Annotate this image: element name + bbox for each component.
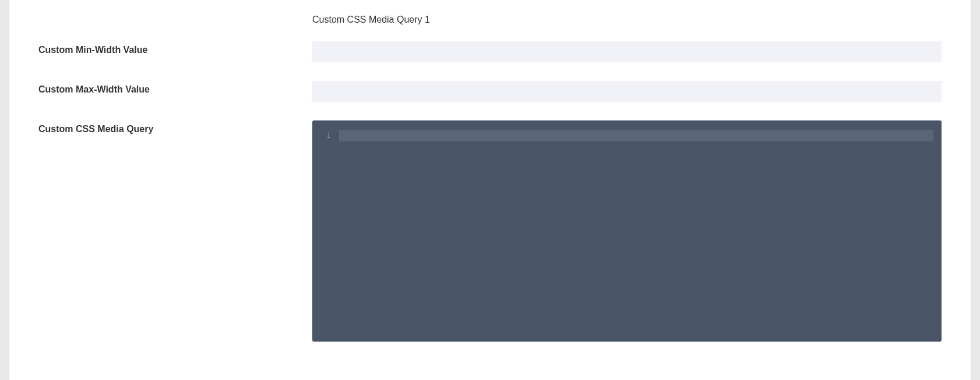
max-width-input[interactable] (312, 81, 942, 102)
css-query-row: Custom CSS Media Query 1 (38, 120, 942, 342)
line-number-gutter: 1 (320, 130, 337, 141)
code-line: 1 (320, 130, 933, 141)
min-width-input[interactable] (312, 41, 942, 62)
min-width-row: Custom Min-Width Value (38, 41, 942, 62)
max-width-label: Custom Max-Width Value (38, 84, 150, 94)
css-query-label: Custom CSS Media Query (38, 124, 153, 134)
field-column: 1 (312, 120, 942, 342)
max-width-row: Custom Max-Width Value (38, 81, 942, 102)
field-column (312, 41, 942, 62)
min-width-label: Custom Min-Width Value (38, 45, 147, 55)
label-column: Custom CSS Media Query (38, 120, 312, 134)
label-column: Custom Min-Width Value (38, 41, 312, 55)
settings-panel: Custom CSS Media Query 1 Custom Min-Widt… (9, 0, 971, 380)
section-header-row: Custom CSS Media Query 1 (38, 12, 942, 25)
css-code-editor[interactable]: 1 (312, 120, 942, 342)
field-column (312, 81, 942, 102)
label-column: Custom Max-Width Value (38, 81, 312, 95)
code-line-content (339, 130, 933, 141)
code-line-input[interactable] (339, 130, 933, 141)
section-title: Custom CSS Media Query 1 (312, 15, 430, 25)
